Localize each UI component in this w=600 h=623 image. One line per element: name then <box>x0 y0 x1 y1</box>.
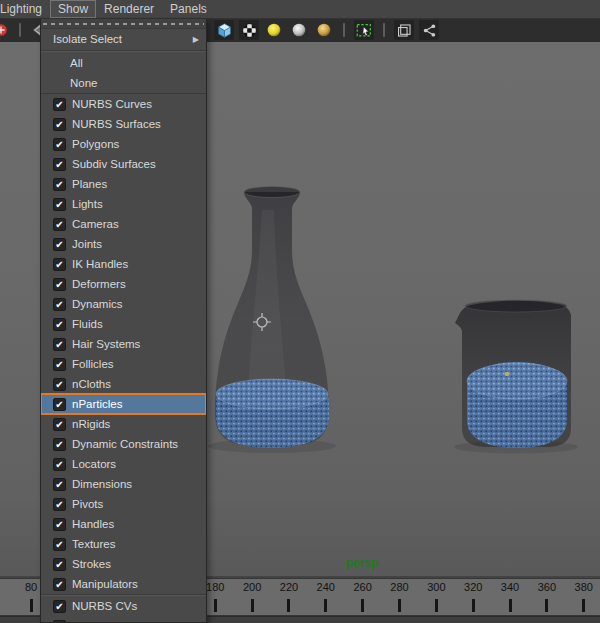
tearoff-dashes-icon <box>43 23 204 25</box>
checkbox-checked[interactable]: ✔ <box>53 158 66 171</box>
checkbox-checked[interactable]: ✔ <box>53 278 66 291</box>
checker-sphere-icon[interactable] <box>239 20 259 40</box>
camera-label: persp <box>331 556 393 570</box>
menu-item-isolate-select[interactable]: Isolate Select▶ <box>41 29 206 49</box>
menu-item-manipulators[interactable]: ✔Manipulators <box>41 574 206 594</box>
gray-material-icon[interactable] <box>289 20 309 40</box>
checkbox-checked[interactable]: ✔ <box>53 398 66 411</box>
menu-item-strokes[interactable]: ✔Strokes <box>41 554 206 574</box>
menubar-item-show[interactable]: Show <box>50 0 96 18</box>
menu-item-label: NURBS CVs <box>72 600 137 612</box>
menu-item-label: All <box>70 57 83 69</box>
frame-tick <box>509 599 512 612</box>
checkbox-checked[interactable]: ✔ <box>53 118 66 131</box>
checkbox-checked[interactable]: ✔ <box>53 238 66 251</box>
menu-item-pivots[interactable]: ✔Pivots <box>41 494 206 514</box>
menu-item-label: NURBS Surfaces <box>72 118 161 130</box>
flask-rim <box>244 187 300 198</box>
menu-item-subdiv-surfaces[interactable]: ✔Subdiv Surfaces <box>41 154 206 174</box>
menu-item-ik-handles[interactable]: ✔IK Handles <box>41 254 206 274</box>
menu-item-label: NURBS Curves <box>72 98 152 110</box>
menu-item-none[interactable]: None <box>41 73 206 93</box>
beaker-object[interactable] <box>454 300 578 454</box>
menu-item-dynamics[interactable]: ✔Dynamics <box>41 294 206 314</box>
menu-item-nurbs-curves[interactable]: ✔NURBS Curves <box>41 94 206 114</box>
menu-item-lights[interactable]: ✔Lights <box>41 194 206 214</box>
menu-item-label: Handles <box>72 518 114 530</box>
menu-item-label: Pivots <box>72 498 103 510</box>
checkbox-checked[interactable]: ✔ <box>53 138 66 151</box>
flask-object[interactable] <box>208 187 336 454</box>
share-icon[interactable] <box>419 20 439 40</box>
checkbox-checked[interactable]: ✔ <box>53 538 66 551</box>
menu-item-ncloths[interactable]: ✔nCloths <box>41 374 206 394</box>
checkbox-checked[interactable]: ✔ <box>53 518 66 531</box>
menu-item-planes[interactable]: ✔Planes <box>41 174 206 194</box>
frame-label: 240 <box>317 581 335 593</box>
menu-item-locators[interactable]: ✔Locators <box>41 454 206 474</box>
checkbox-checked[interactable]: ✔ <box>53 198 66 211</box>
checkbox-checked[interactable]: ✔ <box>53 298 66 311</box>
checkbox-checked[interactable]: ✔ <box>53 418 66 431</box>
frame-tick <box>30 599 33 612</box>
checkbox-checked[interactable]: ✔ <box>53 458 66 471</box>
menu-item-nrigids[interactable]: ✔nRigids <box>41 414 206 434</box>
checkbox-checked[interactable]: ✔ <box>53 478 66 491</box>
frame-tick <box>251 599 254 612</box>
checkbox-checked[interactable]: ✔ <box>53 578 66 591</box>
menu-item-nparticles[interactable]: ✔nParticles <box>41 394 206 414</box>
menu-item-fluids[interactable]: ✔Fluids <box>41 314 206 334</box>
checkbox-checked[interactable]: ✔ <box>53 258 66 271</box>
menu-item-all[interactable]: All <box>41 53 206 73</box>
menu-item-label: nRigids <box>72 418 110 430</box>
menu-item-nurbs-cvs[interactable]: ✔NURBS CVs <box>41 596 206 616</box>
menu-item-label: Planes <box>72 178 107 190</box>
toolbar-separator <box>19 23 21 37</box>
menu-item-nurbs-hulls[interactable]: ✔NURBS Hulls <box>41 616 206 623</box>
menu-item-dimensions[interactable]: ✔Dimensions <box>41 474 206 494</box>
yellow-light-icon[interactable] <box>264 20 284 40</box>
frame-label: 180 <box>206 581 224 593</box>
shaded-cube-icon[interactable] <box>214 20 234 40</box>
menu-item-label: Dimensions <box>72 478 132 490</box>
menu-item-label: Lights <box>72 198 103 210</box>
checkbox-checked[interactable]: ✔ <box>53 218 66 231</box>
menu-item-handles[interactable]: ✔Handles <box>41 514 206 534</box>
menu-item-joints[interactable]: ✔Joints <box>41 234 206 254</box>
selection-highlight-icon[interactable] <box>354 20 374 40</box>
checkbox-checked[interactable]: ✔ <box>53 318 66 331</box>
menu-item-label: Locators <box>72 458 116 470</box>
menu-item-label: Polygons <box>72 138 119 150</box>
checkbox-checked[interactable]: ✔ <box>53 178 66 191</box>
checkbox-checked[interactable]: ✔ <box>53 498 66 511</box>
gold-material-icon[interactable] <box>314 20 334 40</box>
checkbox-checked[interactable]: ✔ <box>53 558 66 571</box>
menubar-item-lighting[interactable]: Lighting <box>0 0 50 18</box>
menu-item-follicles[interactable]: ✔Follicles <box>41 354 206 374</box>
checkbox-checked[interactable]: ✔ <box>53 338 66 351</box>
menu-item-textures[interactable]: ✔Textures <box>41 534 206 554</box>
menu-tearoff-handle[interactable] <box>41 19 206 29</box>
menu-item-dynamic-constraints[interactable]: ✔Dynamic Constraints <box>41 434 206 454</box>
menu-item-hair-systems[interactable]: ✔Hair Systems <box>41 334 206 354</box>
red-marker-icon[interactable] <box>0 20 11 40</box>
menu-item-nurbs-surfaces[interactable]: ✔NURBS Surfaces <box>41 114 206 134</box>
menubar-item-renderer[interactable]: Renderer <box>96 0 162 18</box>
menubar-item-panels[interactable]: Panels <box>162 0 215 18</box>
checkbox-checked[interactable]: ✔ <box>53 600 66 613</box>
menu-item-label: Textures <box>72 538 115 550</box>
frame-tick <box>545 599 548 612</box>
menu-item-cameras[interactable]: ✔Cameras <box>41 214 206 234</box>
menu-item-label: Fluids <box>72 318 103 330</box>
checkbox-checked[interactable]: ✔ <box>53 358 66 371</box>
checkbox-checked[interactable]: ✔ <box>53 438 66 451</box>
menu-item-polygons[interactable]: ✔Polygons <box>41 134 206 154</box>
checkbox-checked[interactable]: ✔ <box>53 98 66 111</box>
frame-label: 340 <box>501 581 519 593</box>
frame-tick <box>324 599 327 612</box>
beaker-nparticles <box>467 362 567 448</box>
menu-item-deformers[interactable]: ✔Deformers <box>41 274 206 294</box>
checkbox-checked[interactable]: ✔ <box>53 378 66 391</box>
overlap-squares-icon[interactable] <box>394 20 414 40</box>
checkbox-checked[interactable]: ✔ <box>53 620 66 623</box>
